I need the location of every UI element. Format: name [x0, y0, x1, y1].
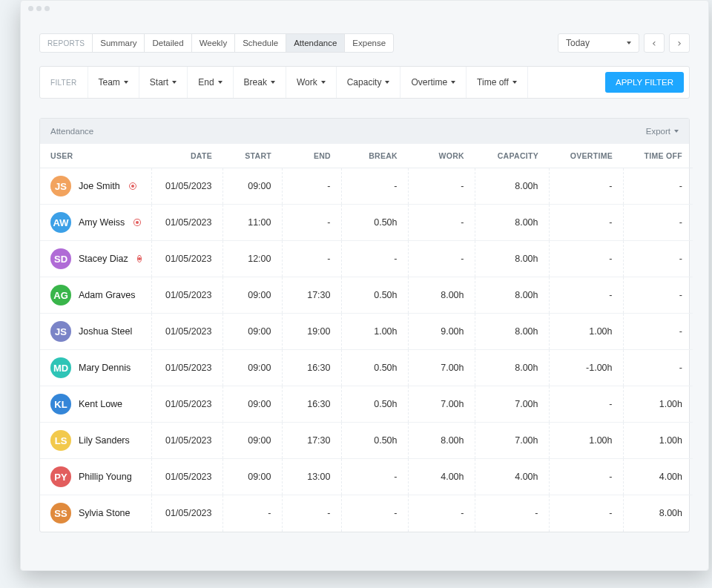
- cell-break: 0.50h: [341, 386, 408, 423]
- column-header: TIME OFF: [623, 144, 693, 168]
- user-name: Stacey Diaz: [79, 254, 128, 264]
- cell-start: 12:00: [222, 241, 282, 277]
- attendance-table: USERDATESTARTENDBREAKWORKCAPACITYOVERTIM…: [40, 144, 693, 532]
- column-header: CAPACITY: [475, 144, 549, 168]
- user-name: Joshua Steel: [79, 326, 132, 337]
- cell-date: 01/05/2023: [151, 314, 222, 350]
- report-tabs-label: REPORTS: [40, 34, 93, 52]
- traffic-light-dot: [44, 6, 50, 11]
- filter-end[interactable]: End: [188, 67, 233, 98]
- cell-capacity: 8.00h: [475, 350, 549, 386]
- cell-date: 01/05/2023: [151, 495, 222, 532]
- cell-work: 8.00h: [408, 423, 475, 459]
- filter-break[interactable]: Break: [234, 67, 286, 98]
- prev-date-button[interactable]: ‹: [644, 33, 665, 53]
- table-row: JSJoshua Steel01/05/202309:0019:001.00h9…: [40, 314, 693, 350]
- cell-timeoff: -: [623, 277, 693, 314]
- user-cell[interactable]: SSSylvia Stone: [40, 495, 151, 532]
- user-cell[interactable]: AWAmy Weiss: [40, 205, 151, 241]
- cell-capacity: 4.00h: [475, 459, 549, 495]
- user-cell[interactable]: JSJoshua Steel: [40, 314, 151, 350]
- cell-date: 01/05/2023: [151, 386, 222, 423]
- cell-overtime: -: [549, 495, 623, 532]
- cell-work: 8.00h: [408, 277, 475, 314]
- cell-work: -: [408, 495, 475, 532]
- user-name: Sylvia Stone: [79, 508, 130, 518]
- tab-expense[interactable]: Expense: [345, 34, 393, 52]
- tab-weekly[interactable]: Weekly: [192, 34, 236, 52]
- date-range-select[interactable]: Today: [558, 33, 639, 53]
- report-tabs: REPORTSSummaryDetailedWeeklyScheduleAtte…: [39, 33, 394, 53]
- cell-start: 09:00: [222, 277, 282, 314]
- cell-end: -: [282, 205, 341, 241]
- user-cell[interactable]: KLKent Lowe: [40, 386, 151, 423]
- cell-overtime: -: [549, 241, 623, 277]
- cell-timeoff: 8.00h: [623, 495, 693, 532]
- avatar: LS: [50, 430, 71, 451]
- recording-icon: [134, 219, 140, 226]
- filter-label: Break: [244, 77, 267, 87]
- tab-attendance[interactable]: Attendance: [286, 34, 345, 52]
- user-cell[interactable]: LSLily Sanders: [40, 423, 151, 459]
- filter-team[interactable]: Team: [88, 67, 139, 98]
- filter-label: Capacity: [347, 77, 382, 87]
- chevron-left-icon: ‹: [651, 38, 657, 48]
- app-window: REPORTSSummaryDetailedWeeklyScheduleAtte…: [20, 0, 709, 571]
- cell-start: 09:00: [222, 350, 282, 386]
- user-name: Kent Lowe: [79, 399, 122, 409]
- filter-work[interactable]: Work: [286, 67, 337, 98]
- filter-bar: FILTER TeamStartEndBreakWorkCapacityOver…: [39, 66, 690, 99]
- cell-start: 09:00: [222, 314, 282, 350]
- filter-time-off[interactable]: Time off: [467, 67, 528, 98]
- export-button[interactable]: Export: [646, 127, 679, 136]
- cell-date: 01/05/2023: [151, 350, 222, 386]
- user-cell[interactable]: PYPhillip Young: [40, 459, 151, 495]
- cell-end: -: [282, 168, 341, 205]
- user-cell[interactable]: JSJoe Smith: [40, 168, 151, 205]
- table-row: SSSylvia Stone01/05/2023------8.00h: [40, 495, 693, 532]
- user-cell[interactable]: AGAdam Graves: [40, 277, 151, 314]
- table-row: AGAdam Graves01/05/202309:0017:300.50h8.…: [40, 277, 693, 314]
- cell-timeoff: -: [623, 168, 693, 205]
- cell-timeoff: -: [623, 314, 693, 350]
- filter-label: Work: [297, 77, 317, 87]
- user-cell[interactable]: MDMary Dennis: [40, 350, 151, 386]
- filter-start[interactable]: Start: [139, 67, 188, 98]
- apply-filter-button[interactable]: APPLY FILTER: [605, 72, 684, 93]
- cell-break: 0.50h: [341, 277, 408, 314]
- cell-date: 01/05/2023: [151, 423, 222, 459]
- user-name: Joe Smith: [79, 181, 120, 191]
- cell-work: 4.00h: [408, 459, 475, 495]
- chevron-down-icon: [451, 81, 455, 84]
- user-cell[interactable]: SDStacey Diaz: [40, 241, 151, 277]
- cell-date: 01/05/2023: [151, 459, 222, 495]
- cell-end: -: [282, 241, 341, 277]
- cell-start: 09:00: [222, 386, 282, 423]
- tab-schedule[interactable]: Schedule: [235, 34, 286, 52]
- cell-work: -: [408, 168, 475, 205]
- tab-summary[interactable]: Summary: [93, 34, 145, 52]
- chevron-down-icon: [627, 42, 631, 44]
- next-date-button[interactable]: ›: [669, 33, 690, 53]
- user-name: Lily Sanders: [79, 435, 130, 446]
- avatar: AW: [50, 212, 71, 233]
- cell-start: 09:00: [222, 459, 282, 495]
- table-row: AWAmy Weiss01/05/202311:00-0.50h-8.00h--: [40, 205, 693, 241]
- filter-capacity[interactable]: Capacity: [337, 67, 401, 98]
- cell-timeoff: 1.00h: [623, 423, 693, 459]
- tab-detailed[interactable]: Detailed: [145, 34, 191, 52]
- cell-capacity: 8.00h: [475, 168, 549, 205]
- cell-capacity: 8.00h: [475, 277, 549, 314]
- cell-overtime: -: [549, 277, 623, 314]
- attendance-table-card: Attendance Export USERDATESTARTENDBREAKW…: [39, 118, 690, 532]
- filter-overtime[interactable]: Overtime: [400, 67, 467, 98]
- cell-overtime: -: [549, 168, 623, 205]
- recording-icon: [129, 182, 136, 190]
- cell-timeoff: -: [623, 350, 693, 386]
- cell-date: 01/05/2023: [151, 168, 222, 205]
- avatar: AG: [50, 285, 71, 305]
- cell-break: -: [341, 495, 408, 532]
- cell-start: -: [222, 495, 282, 532]
- cell-end: 13:00: [282, 459, 341, 495]
- avatar: SD: [50, 248, 71, 269]
